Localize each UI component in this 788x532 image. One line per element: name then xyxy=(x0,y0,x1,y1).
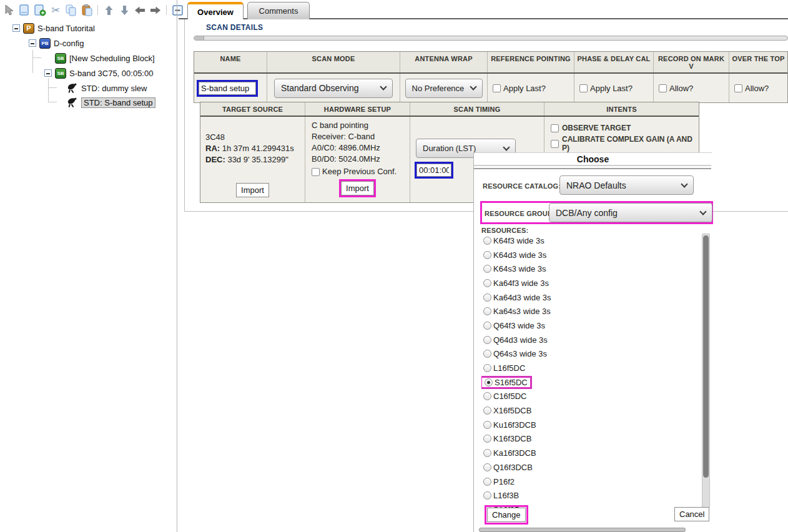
radio-button[interactable] xyxy=(483,336,491,344)
tab-comments[interactable]: Comments xyxy=(247,2,310,19)
scrollbar-thumb[interactable] xyxy=(703,235,709,478)
resource-option[interactable]: K64f3 wide 3s xyxy=(481,234,699,248)
resource-option-inner[interactable]: S16f5DC xyxy=(481,376,532,389)
resource-option[interactable]: P16f2 xyxy=(481,475,699,489)
import-source-button[interactable]: Import xyxy=(236,183,269,197)
radio-button[interactable] xyxy=(483,406,491,415)
vertical-scrollbar[interactable] xyxy=(702,234,710,508)
tree-item-label[interactable]: S-band 3C75, 00:05:00 xyxy=(69,69,153,78)
copy-icon[interactable] xyxy=(65,4,77,16)
tab-overview[interactable]: Overview xyxy=(187,2,244,19)
resource-option-inner[interactable]: Q64d3 wide 3s xyxy=(481,335,549,345)
resource-option-inner[interactable]: L16f5DC xyxy=(481,363,527,373)
radio-button[interactable] xyxy=(483,392,491,400)
resource-option-inner[interactable]: P16f2 xyxy=(481,477,516,486)
resource-option-inner[interactable]: K64f3 wide 3s xyxy=(481,236,546,245)
tree-item-label[interactable]: S-band Tutorital xyxy=(37,24,95,33)
tree-item-scheduling-block-new[interactable]: SB [New Scheduling Block] xyxy=(55,52,155,64)
reference-pointing-checkbox[interactable] xyxy=(493,84,501,92)
radio-button[interactable] xyxy=(485,378,493,387)
radio-button[interactable] xyxy=(483,251,491,259)
antenna-wrap-dropdown[interactable]: No Preference xyxy=(405,79,483,98)
resource-option[interactable]: Q64d3 wide 3s xyxy=(481,333,699,347)
change-button[interactable]: Change xyxy=(487,508,526,522)
radio-button[interactable] xyxy=(483,279,491,287)
tree-item-project[interactable]: P S-band Tutorital xyxy=(12,22,95,34)
resource-option[interactable]: C16f5DC xyxy=(481,390,699,404)
resource-option-inner[interactable]: Ka64s3 wide 3s xyxy=(481,307,553,316)
resource-option-inner[interactable]: Ka64d3 wide 3s xyxy=(481,293,553,302)
radio-button[interactable] xyxy=(483,293,491,302)
radio-button[interactable] xyxy=(483,322,491,330)
intent-calibrate-gain-checkbox[interactable] xyxy=(551,140,559,148)
move-down-icon[interactable] xyxy=(118,4,131,16)
resource-option[interactable]: Q64f3 wide 3s xyxy=(481,318,699,333)
radio-button[interactable] xyxy=(483,478,491,486)
resource-option-inner[interactable]: Ka16f3DCB xyxy=(481,448,538,458)
collapse-toggle-icon[interactable] xyxy=(44,69,52,77)
resource-option-inner[interactable]: K64d3 wide 3s xyxy=(481,250,548,260)
resource-option[interactable]: Q16f3DCB xyxy=(481,460,699,475)
duration-input[interactable] xyxy=(416,164,451,177)
resource-option-inner[interactable]: Ka64f3 wide 3s xyxy=(481,278,551,288)
radio-button[interactable] xyxy=(483,491,491,500)
resource-option[interactable]: Ka64s3 wide 3s xyxy=(481,304,699,318)
resource-option-inner[interactable]: Ku16f3DCB xyxy=(481,420,538,430)
phase-delay-cal-checkbox[interactable] xyxy=(579,84,588,92)
cursor-icon[interactable] xyxy=(2,4,15,16)
tree-item-label[interactable]: [New Scheduling Block] xyxy=(69,54,155,63)
resource-option[interactable]: K16f3DCB xyxy=(481,432,699,446)
resource-option-inner[interactable]: X16f5DCB xyxy=(481,406,533,415)
scan-name-input[interactable] xyxy=(199,82,256,95)
resource-option[interactable]: Ka64f3 wide 3s xyxy=(481,276,699,290)
resource-option[interactable]: Ka16f3DCB xyxy=(481,446,699,460)
radio-button[interactable] xyxy=(483,449,491,457)
resource-option[interactable]: L16f3B xyxy=(481,488,699,503)
move-left-icon[interactable] xyxy=(134,4,146,16)
add-document-icon[interactable] xyxy=(34,4,46,16)
cut-icon[interactable]: ✂ xyxy=(49,4,62,16)
radio-button[interactable] xyxy=(483,265,491,273)
resource-option[interactable]: L16f5DC xyxy=(481,361,699,375)
collapse-toggle-icon[interactable] xyxy=(12,24,20,32)
tree-item-label[interactable]: D-config xyxy=(54,39,84,48)
resource-option[interactable]: K64s3 wide 3s xyxy=(481,262,699,276)
resource-option-inner[interactable]: L16f3B xyxy=(481,491,521,500)
import-hardware-button[interactable]: Import xyxy=(341,181,374,195)
resource-group-dropdown[interactable]: DCB/Any config xyxy=(549,203,712,222)
over-the-top-checkbox[interactable] xyxy=(734,84,742,92)
tree-item-scan-dummy-slew[interactable]: STD: dummy slew xyxy=(66,82,147,94)
radio-button[interactable] xyxy=(483,421,491,429)
radio-button[interactable] xyxy=(483,435,491,443)
resource-option-inner[interactable]: Q64f3 wide 3s xyxy=(481,321,547,330)
record-mark5-checkbox[interactable] xyxy=(659,84,667,92)
paste-icon[interactable] xyxy=(81,4,93,16)
tree-item-label[interactable]: STD: dummy slew xyxy=(81,84,147,93)
radio-button[interactable] xyxy=(483,350,491,358)
radio-button[interactable] xyxy=(483,364,491,372)
resource-option-inner[interactable]: Q16f3DCB xyxy=(481,463,534,472)
horizontal-scrollbar[interactable] xyxy=(194,36,788,41)
tree-item-program-block[interactable]: PB D-config xyxy=(29,37,84,49)
intent-observe-target-checkbox[interactable] xyxy=(551,124,559,132)
move-up-icon[interactable] xyxy=(102,4,115,16)
keep-previous-conf-checkbox[interactable] xyxy=(312,168,320,176)
tree-item-scheduling-block[interactable]: SB S-band 3C75, 00:05:00 xyxy=(44,67,153,79)
resource-option[interactable]: X16f5DCB xyxy=(481,403,699,418)
tree-item-scan-sband-setup[interactable]: STD: S-band setup xyxy=(66,96,155,109)
resource-option-inner[interactable]: K64s3 wide 3s xyxy=(481,264,548,273)
move-right-icon[interactable] xyxy=(149,4,162,16)
scan-mode-dropdown[interactable]: Standard Observing xyxy=(274,79,393,98)
resource-option[interactable]: Q64s3 wide 3s xyxy=(481,347,699,362)
resource-option[interactable]: K64d3 wide 3s xyxy=(481,248,699,262)
dialog-horizontal-scrollbar[interactable] xyxy=(479,528,686,532)
radio-button[interactable] xyxy=(483,463,491,471)
resource-option[interactable]: Ku16f3DCB xyxy=(481,418,699,432)
resource-option-inner[interactable]: C16f5DC xyxy=(481,392,528,401)
resource-option[interactable]: S16f5DC xyxy=(481,375,699,390)
resource-catalog-dropdown[interactable]: NRAO Defaults xyxy=(559,175,694,195)
resource-option[interactable]: Ka64d3 wide 3s xyxy=(481,290,699,305)
resource-option-inner[interactable]: Q64s3 wide 3s xyxy=(481,349,549,358)
new-document-icon[interactable] xyxy=(18,4,31,16)
resource-option-inner[interactable]: K16f3DCB xyxy=(481,434,533,443)
